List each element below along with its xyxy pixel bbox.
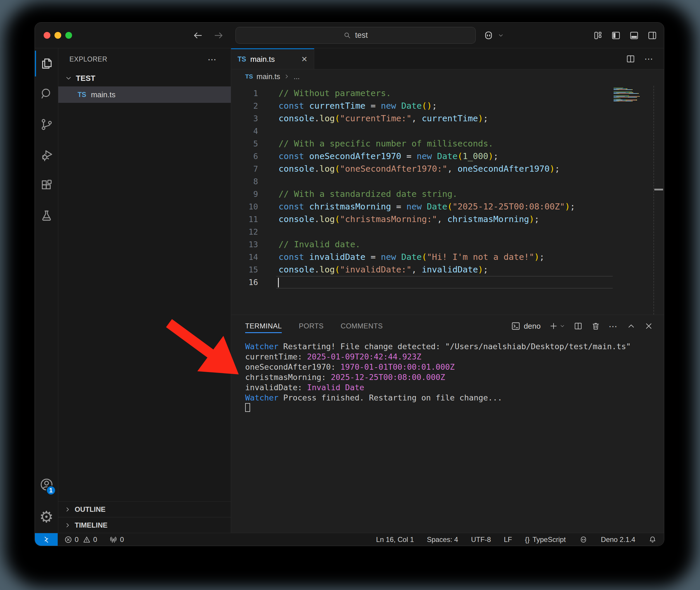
activity-explorer[interactable] (35, 48, 58, 79)
split-terminal-button[interactable] (574, 321, 583, 331)
deno-status[interactable]: Deno 2.1.4 (601, 535, 635, 544)
file-row-main-ts[interactable]: TS main.ts (58, 86, 231, 103)
toggle-secondary-sidebar-button[interactable] (647, 30, 658, 41)
line-number: 5 (231, 137, 279, 150)
zoom-window-button[interactable] (65, 32, 72, 39)
sidebar-title: EXPLORER (70, 56, 107, 63)
tab-main-ts[interactable]: TS main.ts ✕ (231, 48, 314, 69)
code-line[interactable]: 9// With a standardized date string. (231, 188, 664, 200)
activity-testing[interactable] (35, 201, 58, 231)
code-line[interactable]: 1// Without parameters. (231, 87, 664, 100)
code-line[interactable]: 3console.log("currentTime:", currentTime… (231, 112, 664, 125)
radio-tower-icon (109, 535, 118, 544)
code-line[interactable]: 15console.log("invalidDate:", invalidDat… (231, 263, 664, 276)
tab-terminal[interactable]: TERMINAL (245, 315, 282, 337)
timeline-section[interactable]: TIMELINE (58, 517, 231, 533)
toggle-primary-sidebar-button[interactable] (611, 30, 621, 41)
new-terminal-button[interactable] (549, 321, 565, 331)
minimap[interactable] (614, 88, 649, 103)
line-number: 2 (231, 100, 279, 112)
text-cursor (278, 278, 279, 287)
vscode-window: test (34, 22, 664, 546)
line-number: 15 (231, 263, 279, 276)
code-line[interactable]: 7console.log("oneSecondAfter1970:", oneS… (231, 163, 664, 175)
chevron-down-icon (498, 32, 504, 39)
error-icon (64, 535, 72, 544)
close-tab-button[interactable]: ✕ (301, 55, 308, 64)
split-editor-button[interactable] (626, 54, 635, 64)
line-number: 9 (231, 188, 279, 200)
code-line[interactable]: 8 (231, 175, 664, 188)
activity-run-debug[interactable] (35, 140, 58, 170)
tab-ports[interactable]: PORTS (299, 315, 324, 337)
close-panel-button[interactable] (644, 321, 654, 331)
command-center-search[interactable]: test (235, 27, 476, 44)
code-line[interactable]: 14const invalidDate = new Date("Hi! I'm … (231, 251, 664, 263)
code-line[interactable]: 10const christmasMorning = new Date("202… (231, 200, 664, 213)
outline-section[interactable]: OUTLINE (58, 501, 231, 517)
accounts-button[interactable]: 1 (35, 469, 58, 501)
terminal-shell-label: deno (524, 322, 541, 331)
code-line[interactable]: 2const currentTime = new Date(); (231, 100, 664, 112)
files-icon (39, 56, 54, 71)
maximize-panel-button[interactable] (626, 321, 636, 331)
settings-button[interactable]: ⚙ (35, 501, 58, 533)
panel-more-actions-button[interactable]: ⋯ (609, 321, 618, 331)
activity-extensions[interactable] (35, 170, 58, 201)
ports-count: 0 (120, 535, 124, 544)
code-editor[interactable]: 1// Without parameters.2const currentTim… (231, 84, 664, 315)
encoding-status[interactable]: UTF-8 (471, 535, 491, 544)
terminal-line: invalidDate: Invalid Date (245, 382, 658, 393)
terminal-instance-deno[interactable]: deno (511, 321, 541, 331)
remote-icon (41, 535, 51, 544)
beaker-icon (39, 209, 54, 223)
line-number: 3 (231, 112, 279, 125)
warning-count: 0 (93, 535, 97, 544)
close-window-button[interactable] (43, 32, 51, 39)
tab-comments[interactable]: COMMENTS (340, 315, 383, 337)
minimize-window-button[interactable] (55, 32, 61, 39)
customize-layout-button[interactable] (593, 30, 603, 41)
breadcrumb-file[interactable]: main.ts (257, 72, 280, 81)
code-line[interactable]: 6const oneSecondAfter1970 = new Date(1_0… (231, 150, 664, 163)
editor-actions-button[interactable]: ⋯ (644, 54, 654, 64)
line-number: 7 (231, 163, 279, 175)
line-number: 16 (231, 276, 279, 289)
folder-row-test[interactable]: TEST (58, 70, 231, 86)
breadcrumb-symbol[interactable]: ... (293, 72, 300, 81)
forward-button[interactable] (213, 30, 224, 41)
code-line[interactable]: 4 (231, 125, 664, 137)
line-number: 12 (231, 225, 279, 238)
activity-search[interactable] (35, 79, 58, 109)
search-icon (39, 87, 54, 101)
breadcrumb: TS main.ts ... (231, 70, 664, 84)
copilot-menu[interactable] (482, 22, 504, 48)
terminal-output[interactable]: Watcher Restarting! File change detected… (231, 337, 664, 533)
code-line[interactable]: 16 (231, 276, 664, 289)
copilot-status[interactable] (579, 535, 588, 544)
back-button[interactable] (192, 30, 203, 41)
code-line[interactable]: 13// Invalid date. (231, 238, 664, 251)
language-status[interactable]: {} TypeScript (525, 535, 566, 544)
activity-source-control[interactable] (35, 109, 58, 140)
remote-indicator[interactable] (35, 533, 58, 546)
bell-icon (648, 535, 657, 544)
line-number: 13 (231, 238, 279, 251)
cursor-position-status[interactable]: Ln 16, Col 1 (376, 535, 414, 544)
eol-status[interactable]: LF (504, 535, 512, 544)
code-line[interactable]: 5// With a specific number of millisecon… (231, 137, 664, 150)
line-number: 8 (231, 175, 279, 188)
indentation-status[interactable]: Spaces: 4 (427, 535, 458, 544)
notifications-button[interactable] (648, 535, 657, 544)
ports-status[interactable]: 0 (109, 535, 124, 544)
code-line[interactable]: 11console.log("christmasMorning:", chris… (231, 213, 664, 225)
overview-ruler[interactable] (654, 86, 664, 315)
typescript-file-icon: TS (78, 91, 86, 99)
kill-terminal-button[interactable] (591, 321, 600, 331)
code-line[interactable]: 12 (231, 225, 664, 238)
traffic-lights (43, 22, 72, 48)
explorer-actions-button[interactable]: ⋯ (208, 54, 217, 65)
problems-status[interactable]: 0 0 (64, 535, 97, 544)
toggle-panel-button[interactable] (629, 30, 639, 41)
overview-cursor-mark (654, 189, 663, 190)
